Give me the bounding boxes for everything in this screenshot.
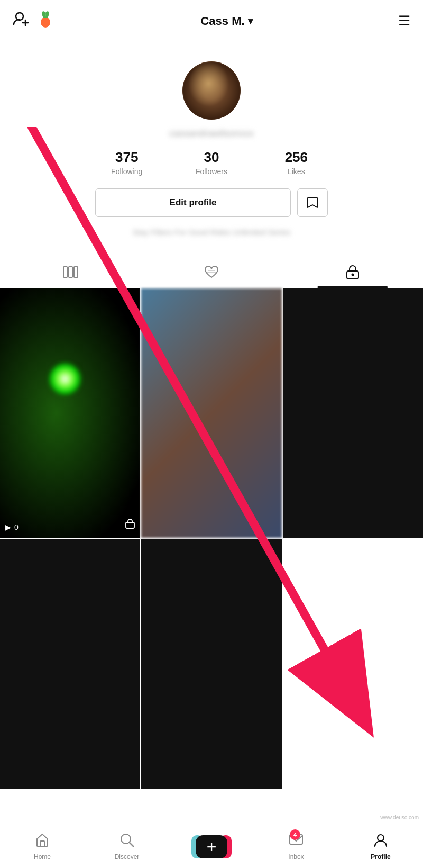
discover-label: Discover <box>115 853 140 861</box>
svg-rect-4 <box>63 267 67 277</box>
stat-followers[interactable]: 30 Followers <box>169 150 253 176</box>
stat-likes[interactable]: 256 Likes <box>254 150 338 176</box>
nav-profile[interactable]: Profile <box>360 833 402 861</box>
bio-blurred: Stay Filters For Good Rides Unlimited Se… <box>133 228 290 237</box>
video-cell-2[interactable] <box>141 288 281 538</box>
play-count-1: 0 <box>14 523 19 531</box>
nav-inbox[interactable]: 4 Inbox <box>275 833 317 861</box>
video-cell-5[interactable] <box>141 539 281 789</box>
video-cell-3[interactable] <box>283 288 423 538</box>
nav-add[interactable]: + <box>190 835 233 858</box>
home-label: Home <box>34 853 51 861</box>
nav-left <box>13 10 55 32</box>
nav-discover[interactable]: Discover <box>106 833 148 861</box>
likes-label: Likes <box>288 167 305 176</box>
bottom-nav: Home Discover + 4 Inbox <box>0 827 423 868</box>
username-blurred: cassandrawilsonxxx <box>169 128 254 139</box>
discover-icon <box>119 833 134 851</box>
inbox-icon: 4 <box>289 833 304 851</box>
video-cell-1[interactable]: ▶ 0 <box>0 288 140 538</box>
following-label: Following <box>111 167 142 176</box>
likes-count: 256 <box>285 150 308 165</box>
video-overlay-1: ▶ 0 <box>5 523 19 531</box>
tiktok-carrot-logo <box>36 10 55 32</box>
avatar-image <box>182 61 241 120</box>
profile-icon <box>373 833 388 851</box>
inbox-badge: 4 <box>290 829 300 840</box>
nav-home[interactable]: Home <box>21 833 63 861</box>
add-button[interactable]: + <box>196 835 227 858</box>
inbox-label: Inbox <box>288 853 304 861</box>
svg-rect-11 <box>126 522 134 528</box>
svg-rect-6 <box>74 267 78 277</box>
username-title: Cass M. <box>200 14 244 28</box>
tabs-row <box>0 256 423 288</box>
svg-point-10 <box>351 273 354 276</box>
edit-profile-button[interactable]: Edit profile <box>95 188 291 217</box>
nav-title[interactable]: Cass M. ▾ <box>200 14 252 28</box>
followers-count: 30 <box>204 150 219 165</box>
add-icon: + <box>207 838 217 855</box>
tab-liked[interactable] <box>141 256 282 288</box>
home-icon <box>35 833 50 851</box>
stats-row: 375 Following 30 Followers 256 Likes <box>85 150 338 176</box>
add-user-icon[interactable] <box>13 11 30 31</box>
video-lock-1 <box>125 518 135 531</box>
followers-label: Followers <box>196 167 227 176</box>
play-icon: ▶ <box>5 523 11 531</box>
tab-videos[interactable] <box>0 256 141 288</box>
svg-rect-5 <box>69 267 72 277</box>
profile-label: Profile <box>371 853 390 861</box>
video-grid: ▶ 0 <box>0 288 423 789</box>
watermark: www.deuso.com <box>380 815 419 820</box>
avatar <box>182 61 241 120</box>
following-count: 375 <box>115 150 138 165</box>
svg-line-16 <box>130 843 133 846</box>
bookmark-button[interactable] <box>297 188 328 217</box>
stat-following[interactable]: 375 Following <box>85 150 169 176</box>
svg-rect-14 <box>40 841 44 846</box>
hamburger-icon[interactable]: ☰ <box>398 13 410 29</box>
top-nav: Cass M. ▾ ☰ <box>0 0 423 42</box>
dropdown-icon: ▾ <box>248 15 253 27</box>
video-cell-4[interactable] <box>0 539 140 789</box>
tab-private[interactable] <box>282 256 423 288</box>
profile-section: cassandrawilsonxxx 375 Following 30 Foll… <box>0 42 423 256</box>
svg-point-17 <box>378 835 384 841</box>
svg-point-3 <box>41 17 50 28</box>
action-buttons: Edit profile <box>95 188 328 217</box>
